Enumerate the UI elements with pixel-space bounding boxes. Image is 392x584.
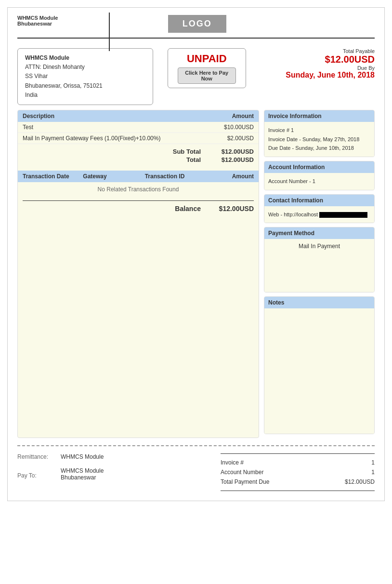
- col-amount-header: Amount: [210, 113, 254, 119]
- invoice-info-body: Invoice # 1 Invoice Date - Sunday, May 2…: [264, 122, 374, 157]
- balance-value: $12.00USD: [210, 205, 254, 212]
- remittance-label: Remittance:: [17, 453, 61, 460]
- col-trans-date-header: Transaction Date: [23, 173, 76, 180]
- contact-info-header: Contact Information: [264, 195, 374, 206]
- account-info-header: Account Information: [264, 161, 374, 173]
- header-company-city: Bhubaneswar: [17, 21, 58, 27]
- sub-total-label: Sub Total: [173, 148, 201, 155]
- right-panel: Invoice Information Invoice # 1 Invoice …: [264, 110, 375, 438]
- notes-section: Notes: [264, 296, 375, 434]
- no-transactions-message: No Related Transactions Found: [18, 182, 259, 197]
- pay-to-row: Pay To: WHMCS Module Bhubaneswar: [17, 467, 211, 481]
- due-date-info: Due Date - Sunday, June 10th, 2018: [268, 144, 370, 153]
- remit-payment-value: $12.00USD: [345, 478, 375, 485]
- header-divider: [17, 38, 375, 39]
- header-company-name: WHMCS Module: [17, 15, 58, 21]
- remit-account-row: Account Number 1: [221, 467, 375, 477]
- notes-header: Notes: [264, 297, 374, 308]
- remit-account-value: 1: [371, 469, 375, 476]
- totals-box: Total Payable $12.00USD Due By Sunday, J…: [261, 48, 375, 80]
- total-amount: $12.00USD: [261, 54, 375, 65]
- contact-info-body: Web - http://localhost: [264, 206, 374, 223]
- payment-method-text: Mail In Payment: [268, 243, 370, 250]
- remit-payment-label: Total Payment Due: [221, 478, 269, 485]
- billing-address2: Bhubaneswar, Orissa, 751021: [25, 81, 145, 91]
- pay-to-line1: WHMCS Module: [61, 467, 104, 474]
- remit-left: Remittance: WHMCS Module Pay To: WHMCS M…: [17, 453, 211, 491]
- item-description-1: Mail In Payment Gateway Fees (1.00(Fixed…: [23, 135, 210, 142]
- vertical-divider: [109, 13, 110, 51]
- col-trans-id-header: Transaction ID: [114, 173, 215, 180]
- balance-label: Balance: [175, 205, 201, 212]
- total-value: $12.00USD: [210, 156, 254, 163]
- due-date: Sunday, June 10th, 2018: [261, 71, 375, 80]
- invoice-number: Invoice # 1: [268, 126, 370, 135]
- payment-method-header: Payment Method: [264, 227, 374, 239]
- account-info-body: Account Number - 1: [264, 173, 374, 190]
- remit-invoice-row: Invoice # 1: [221, 458, 375, 467]
- remit-payment-row: Total Payment Due $12.00USD: [221, 477, 375, 487]
- item-amount-0: $10.00USD: [210, 124, 254, 131]
- billing-attn: ATTN: Dinesh Mohanty: [25, 63, 145, 72]
- remit-invoice-value: 1: [371, 459, 375, 466]
- remittance-row: Remittance: WHMCS Module: [17, 453, 211, 460]
- subtotals: Sub Total $12.00USD Total $12.00USD: [18, 144, 259, 168]
- payment-method-section: Payment Method Mail In Payment: [264, 227, 375, 292]
- total-payable-label: Total Payable: [261, 48, 375, 54]
- billing-address: WHMCS Module ATTN: Dinesh Mohanty SS Vih…: [17, 48, 153, 105]
- remittance-section: Remittance: WHMCS Module Pay To: WHMCS M…: [8, 453, 384, 501]
- sub-total-value: $12.00USD: [210, 148, 254, 155]
- table-row: Mail In Payment Gateway Fees (1.00(Fixed…: [18, 133, 259, 144]
- account-info-section: Account Information Account Number - 1: [264, 161, 375, 190]
- account-number: Account Number - 1: [268, 177, 370, 186]
- billing-address1: SS Vihar: [25, 72, 145, 81]
- remit-right: Invoice # 1 Account Number 1 Total Payme…: [221, 453, 375, 491]
- web-link-redacted: [319, 212, 367, 218]
- pay-to-label: Pay To:: [17, 472, 61, 481]
- dashed-divider: [17, 445, 375, 446]
- left-panel-filler: [18, 217, 259, 362]
- transactions-table-header: Transaction Date Gateway Transaction ID …: [18, 171, 259, 182]
- col-trans-amount-header: Amount: [215, 173, 254, 180]
- col-gateway-header: Gateway: [76, 173, 114, 180]
- remittance-value: WHMCS Module: [61, 453, 104, 460]
- notes-body: [264, 308, 374, 347]
- item-amount-1: $2.00USD: [210, 135, 254, 142]
- items-table-header: Description Amount: [18, 110, 259, 122]
- status-label: UNPAID: [178, 53, 236, 65]
- remit-account-label: Account Number: [221, 469, 263, 476]
- col-description-header: Description: [23, 113, 210, 119]
- total-label: Total: [186, 156, 201, 163]
- due-by-label: Due By: [261, 65, 375, 71]
- payment-method-value: Mail In Payment: [264, 239, 374, 253]
- contact-web: Web - http://localhost: [268, 210, 370, 219]
- payment-method-filler: [264, 253, 374, 292]
- billing-company: WHMCS Module: [25, 53, 145, 63]
- contact-info-section: Contact Information Web - http://localho…: [264, 194, 375, 224]
- invoice-info-section: Invoice Information Invoice # 1 Invoice …: [264, 110, 375, 157]
- pay-to-line2: Bhubaneswar: [61, 474, 104, 481]
- table-row: Test $10.00USD: [18, 122, 259, 133]
- invoice-info-header: Invoice Information: [264, 110, 374, 122]
- pay-to-value: WHMCS Module Bhubaneswar: [61, 467, 104, 481]
- balance-divider: [23, 200, 254, 201]
- remit-invoice-label: Invoice #: [221, 459, 244, 466]
- billing-country: India: [25, 91, 145, 100]
- invoice-date: Invoice Date - Sunday, May 27th, 2018: [268, 135, 370, 144]
- web-label: Web - http://localhost: [268, 212, 318, 217]
- status-box: UNPAID Click Here to Pay Now: [168, 48, 246, 88]
- pay-now-button[interactable]: Click Here to Pay Now: [178, 67, 236, 84]
- notes-filler: [264, 347, 374, 434]
- balance-row: Balance $12.00USD: [18, 203, 259, 217]
- logo: LOGO: [168, 15, 226, 33]
- items-panel: Description Amount Test $10.00USD Mail I…: [17, 110, 259, 438]
- item-description-0: Test: [23, 124, 210, 131]
